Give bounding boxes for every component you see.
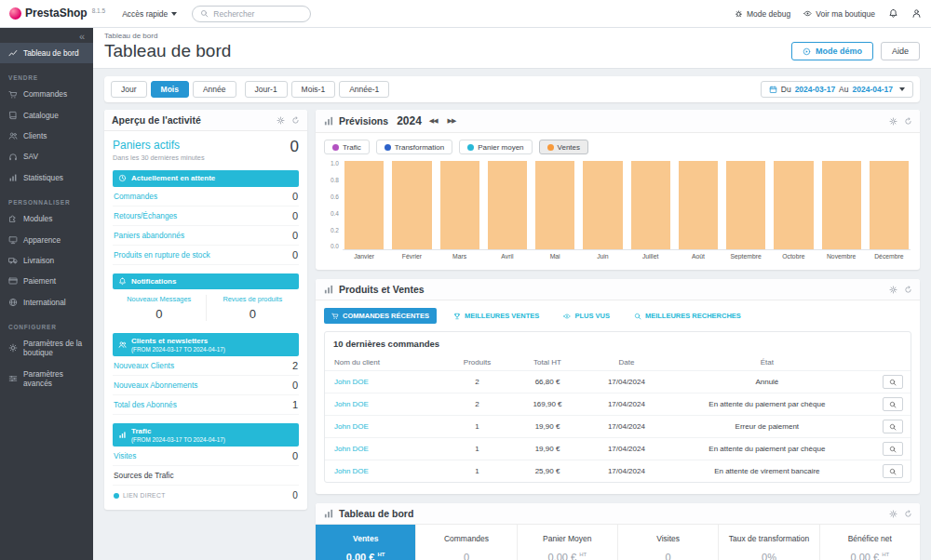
sidebar-item-paiement[interactable]: Paiement xyxy=(0,271,93,291)
sidebar-item-sav[interactable]: SAV xyxy=(0,146,93,167)
tab-commandes-recentes[interactable]: COMMANDES RÉCENTES xyxy=(324,308,437,324)
legend-transformation-toggle[interactable]: Transformation xyxy=(376,140,453,154)
order-client-link[interactable]: John DOE xyxy=(325,460,442,483)
view-order-button[interactable] xyxy=(883,420,903,433)
legend-panier-moyen-toggle[interactable]: Panier moyen xyxy=(459,140,532,154)
view-order-button[interactable] xyxy=(883,464,903,478)
quick-access-dropdown[interactable]: Accès rapide xyxy=(122,9,177,19)
y-tick-label: 0.4 xyxy=(323,211,339,218)
sidebar-item-catalogue[interactable]: Catalogue xyxy=(0,105,93,126)
pending-commandes-link[interactable]: Commandes xyxy=(114,192,157,201)
order-total: 19,90 € xyxy=(512,438,582,460)
view-shop-link[interactable]: Voir ma boutique xyxy=(803,9,875,19)
gear-icon[interactable] xyxy=(889,286,897,294)
sidebar-item-modules[interactable]: Modules xyxy=(0,208,93,229)
sidebar-item-apparence[interactable]: Apparence xyxy=(0,230,93,250)
sidebar-item-international[interactable]: International xyxy=(0,292,93,313)
search-input[interactable] xyxy=(213,9,303,19)
gear-icon[interactable] xyxy=(889,117,897,126)
order-client-link[interactable]: John DOE xyxy=(325,416,442,438)
previous-year-button[interactable]: ◀◀ xyxy=(426,115,440,127)
forecast-bar xyxy=(822,161,861,249)
pending-paniers-link[interactable]: Paniers abandonnés xyxy=(114,231,184,240)
demo-mode-icon xyxy=(803,47,811,56)
activity-overview-panel: Aperçu de l'activité Paniers actifs Dans… xyxy=(104,110,307,510)
view-order-button[interactable] xyxy=(883,375,903,389)
version-label: 8.1.5 xyxy=(92,7,105,14)
kpi-tile-ventes[interactable]: Ventes 0,00 € HT xyxy=(316,525,416,560)
order-client-link[interactable]: John DOE xyxy=(325,438,442,460)
debug-mode-toggle[interactable]: Mode debug xyxy=(735,9,790,19)
order-date: 17/04/2024 xyxy=(583,416,670,438)
new-subscriptions-link[interactable]: Nouveaux Abonnements xyxy=(114,380,197,390)
notif-messages-link[interactable]: Nouveaux Messages xyxy=(113,295,206,303)
next-year-button[interactable]: ▶▶ xyxy=(445,115,459,127)
refresh-icon[interactable] xyxy=(904,117,912,126)
kpi-suffix: HT xyxy=(377,552,385,557)
pending-row: Retours/Échanges 0 xyxy=(113,207,299,226)
sidebar-item-parametres-avances[interactable]: Paramètres avancés xyxy=(0,364,93,394)
date-range-picker[interactable]: Du 2024-03-17 Au 2024-04-17 xyxy=(761,81,913,98)
total-subscribers-link[interactable]: Total des Abonnés xyxy=(114,400,177,409)
sidebar-item-label: Paramètres avancés xyxy=(23,369,85,389)
search-icon xyxy=(889,423,897,431)
tab-meilleures-ventes[interactable]: MEILLEURES VENTES xyxy=(446,308,546,324)
account-icon[interactable] xyxy=(911,8,922,19)
products-panel-title: Produits et Ventes xyxy=(339,284,425,295)
range-month-1-button[interactable]: Mois-1 xyxy=(291,81,336,98)
pending-retours-link[interactable]: Retours/Échanges xyxy=(114,211,177,220)
pending-rupture-link[interactable]: Produits en rupture de stock xyxy=(114,250,210,260)
sidebar-item-parametres-boutique[interactable]: Paramètres de la boutique xyxy=(0,333,93,364)
demo-mode-button[interactable]: Mode démo xyxy=(791,42,873,60)
range-year-1-button[interactable]: Année-1 xyxy=(339,81,389,98)
refresh-icon[interactable] xyxy=(904,510,912,518)
legend-trafic-toggle[interactable]: Trafic xyxy=(324,140,370,154)
notif-reviews-link[interactable]: Revues de produits xyxy=(207,295,300,303)
sidebar-item-clients[interactable]: Clients xyxy=(0,126,93,146)
help-button[interactable]: Aide xyxy=(881,42,920,60)
gear-icon[interactable] xyxy=(889,510,897,518)
kpi-tile-commandes[interactable]: Commandes 0 xyxy=(416,525,517,560)
forecast-bar xyxy=(679,161,718,249)
chart-icon xyxy=(323,284,334,295)
sidebar-item-dashboard[interactable]: Tableau de bord xyxy=(0,43,93,63)
gear-icon[interactable] xyxy=(277,116,285,125)
range-year-button[interactable]: Année xyxy=(193,81,236,98)
legend-ventes-toggle[interactable]: Ventes xyxy=(539,140,588,154)
bell-icon[interactable] xyxy=(888,8,898,19)
pending-banner-title: Actuellement en attente xyxy=(131,174,215,183)
new-clients-link[interactable]: Nouveaux Clients xyxy=(114,361,174,370)
refresh-icon[interactable] xyxy=(291,116,300,125)
collapse-sidebar-button[interactable]: « xyxy=(0,28,93,43)
kpi-tile-taux-transformation[interactable]: Taux de transformation 0% xyxy=(719,525,819,560)
kpi-label: Bénéfice net xyxy=(824,534,916,543)
sidebar-item-commandes[interactable]: Commandes xyxy=(0,84,93,104)
sidebar-item-livraison[interactable]: Livraison xyxy=(0,250,93,271)
panier-moyen-dot-icon xyxy=(467,144,474,151)
order-qty: 2 xyxy=(442,393,512,416)
range-day-1-button[interactable]: Jour-1 xyxy=(245,81,288,98)
range-day-button[interactable]: Jour xyxy=(111,81,147,98)
order-client-link[interactable]: John DOE xyxy=(325,393,442,416)
view-order-button[interactable] xyxy=(883,397,903,411)
refresh-icon[interactable] xyxy=(904,286,912,294)
tab-meilleures-recherches[interactable]: MEILLEURES RECHERCHES xyxy=(627,308,749,324)
new-subscriptions-value: 0 xyxy=(292,380,298,391)
prestashop-logo[interactable]: PrestaShop 8.1.5 xyxy=(9,7,105,20)
active-carts-link[interactable]: Paniers actifs xyxy=(113,139,205,152)
breadcrumb[interactable]: Tableau de bord xyxy=(104,32,920,40)
sidebar-item-statistiques[interactable]: Statistiques xyxy=(0,167,93,188)
view-order-button[interactable] xyxy=(883,442,903,456)
kpi-tile-benefice-net[interactable]: Bénéfice net 0,00 € HT xyxy=(820,525,920,560)
kpi-tile-panier-moyen[interactable]: Panier Moyen 0,00 € HT xyxy=(518,525,618,560)
recent-orders-title: 10 dernières commandes xyxy=(325,332,911,354)
sidebar: « Tableau de bord VENDRE Commandes Catal… xyxy=(0,28,93,560)
monitor-icon xyxy=(8,235,18,245)
order-client-link[interactable]: John DOE xyxy=(325,371,442,393)
tab-plus-vus[interactable]: PLUS VUS xyxy=(556,308,617,324)
range-month-button[interactable]: Mois xyxy=(151,81,189,98)
visits-link[interactable]: Visites xyxy=(114,451,136,460)
kpi-tile-visites[interactable]: Visites 0 xyxy=(618,525,719,560)
activity-panel-title: Aperçu de l'activité xyxy=(112,114,201,126)
order-total: 169,90 € xyxy=(512,393,582,416)
